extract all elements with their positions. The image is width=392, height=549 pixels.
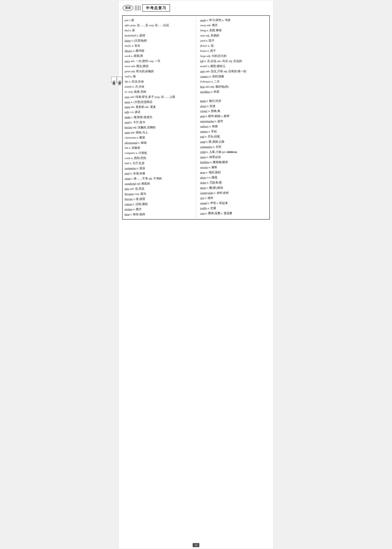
list-item: course n. 过程;课程 xyxy=(125,202,192,207)
list-item: once adv. 一次;曾经 conj. 一旦 xyxy=(125,59,192,64)
left-column: put v. 放after prep. 在……后 conj. 在……以后bed … xyxy=(125,18,196,217)
list-item: railway n. 铁路 xyxy=(200,124,267,129)
list-item: corner n. 拐角;角 xyxy=(200,109,267,114)
list-item: put v. 放 xyxy=(125,18,192,23)
list-item: service n. 服务 xyxy=(200,165,267,170)
list-item: thing n. 东西,事情 xyxy=(200,28,267,33)
list-item: bed n. 床 xyxy=(125,28,192,33)
list-item: post n. 邮件;邮政 v. 邮寄 xyxy=(200,114,267,119)
list-item: picture n. 图片 xyxy=(125,207,192,212)
list-item: hall n. 大厅,礼堂 xyxy=(125,161,192,166)
list-item: yard n. 院子 xyxy=(200,38,267,43)
list-item: week n. 星期,周 xyxy=(125,54,192,59)
right-column: study v. 学习;研究 n. 书房away adv. 离开thing n.… xyxy=(196,18,267,217)
list-item: pool n. 水池,水塘 xyxy=(125,171,192,176)
list-item: study v. 学习;研究 n. 书房 xyxy=(200,18,267,23)
list-item: after prep. 在……后 conj. 在……以后 xyxy=(125,23,192,28)
page: 英语 中考总复习 词汇集锦 词义升级 put v. 放after prep. 在… xyxy=(118,0,274,549)
list-item: model n. 模型;模特儿 xyxy=(200,64,267,69)
list-item: road n. 路,道路,公路 xyxy=(200,139,267,144)
list-item: best adv./adj. 最好地(的) xyxy=(200,84,267,89)
list-item: end n. 尽头;结尾 xyxy=(200,134,267,139)
list-item: listen v. (注意地)听 xyxy=(125,38,192,43)
list-item: bank n. 银行;河岸 xyxy=(200,99,267,104)
list-item: area n. 地区;面积 xyxy=(200,170,267,175)
list-item: also adv. 也,而且 xyxy=(125,186,192,192)
list-item: basketball n. 篮球 xyxy=(125,33,192,38)
list-item: room n. 房间;空间 xyxy=(125,156,192,161)
main-content: 词汇集锦 词义升级 put v. 放after prep. 在……后 conj.… xyxy=(122,15,270,220)
list-item: talk v./n. 谈话 xyxy=(125,110,192,115)
list-item: music n. 音乐 xyxy=(125,43,192,49)
list-item: wall n. 墙 xyxy=(125,74,192,79)
label-inner: 词义升级 xyxy=(117,77,122,83)
list-item: more det. 更多的 adv. 更多 xyxy=(125,105,192,110)
list-item: month n. 月,月份 xyxy=(125,84,192,89)
list-item: because conj. 因为 xyxy=(125,192,192,197)
list-item: or conj. 或者;否则 xyxy=(125,89,192,94)
header-stripe xyxy=(135,6,141,10)
list-item: left n. 左,左边 adv. 向左 adj. 左边的 xyxy=(200,59,267,64)
list-item: child n. 儿童,小孩 (pl. children) xyxy=(200,150,267,155)
list-item: station n. 车站 xyxy=(200,129,267,134)
list-item: traffic n. 交通 xyxy=(200,206,267,211)
list-item: flower n. 花 xyxy=(200,43,267,49)
list-item: February n. 二月 xyxy=(200,79,267,84)
list-item: twice adv. 两次;两倍 xyxy=(125,64,192,69)
list-item: sound n. 声音 v. 听起来 xyxy=(200,201,267,206)
list-item: borrow v. 借,借用 xyxy=(125,197,192,202)
list-item: cost n. 费用;花费 v. 需花费 xyxy=(200,211,267,216)
list-item: sleep v./n. 睡觉 xyxy=(200,175,267,180)
list-item: wonderful adj. 精彩的 xyxy=(125,181,192,186)
list-item: store n. (大型)百货商店 xyxy=(125,100,192,105)
list-item: keep v. 保存;保持 xyxy=(125,212,192,217)
header-title: 中考总复习 xyxy=(142,4,170,12)
label-outer: 词汇集锦 xyxy=(111,77,117,83)
list-item: sport n. 体育运动 xyxy=(200,155,267,160)
list-item: computer n. 计算机 xyxy=(125,151,192,156)
list-item: playground n. 操场 xyxy=(125,140,192,145)
list-item: classroom n. 教室 xyxy=(125,135,192,140)
list-item: community n. 社区 xyxy=(200,144,267,150)
list-item: soon adv. 很快,马上 xyxy=(125,130,192,135)
list-item: life n. 生活;生命 xyxy=(125,79,192,84)
list-item: house n. 房子 xyxy=(200,49,267,54)
list-item: large adj. 大的,巨大的 xyxy=(200,54,267,59)
list-item: card n. 卡片;贺卡 xyxy=(125,120,192,125)
list-item: lab n. 实验室 xyxy=(125,145,192,151)
list-item: library n. 图书馆 xyxy=(125,49,192,54)
list-item: boring adj. 没趣的,无聊的 xyxy=(125,125,192,130)
list-item: ticket n. 罚款单;票 xyxy=(200,180,267,185)
list-item: street n. 街道 xyxy=(200,104,267,109)
list-item: make v. 做,制造;使成为 xyxy=(125,115,192,120)
list-item: great adj. 伟大的;好极的 xyxy=(125,69,192,74)
list-item: country n. 农村;国家 xyxy=(200,74,267,79)
subject-badge: 英语 xyxy=(123,5,133,11)
list-item: only adv. 仅仅,只有 adj. 仅有的,唯一的 xyxy=(200,69,267,74)
list-item: neighbor n. 邻居 xyxy=(200,89,267,94)
list-item: supermarket n. 超市 xyxy=(200,119,267,124)
list-item: move v. 搬(家),移动 xyxy=(200,185,267,190)
header: 英语 中考总复习 xyxy=(119,4,273,12)
list-item: countryside n. 乡村;农村 xyxy=(200,190,267,196)
list-item: city n. 城市 xyxy=(200,196,267,201)
list-item: building n. 建筑物;楼房 xyxy=(200,160,267,165)
side-labels: 词汇集锦 词义升级 xyxy=(111,77,122,83)
page-number: 10 xyxy=(193,543,199,547)
list-item: away adv. 离开 xyxy=(200,23,267,28)
list-item: clean v. 使……干净 adj. 干净的 xyxy=(125,176,192,181)
list-item: swimming n. 游泳 xyxy=(125,166,192,171)
list-item: easy adj. 容易的 xyxy=(200,33,267,38)
columns: put v. 放after prep. 在……后 conj. 在……以后bed … xyxy=(123,18,269,217)
list-item: over adv. 结束;穿过;多于 prep. 在……上面 xyxy=(125,94,192,100)
